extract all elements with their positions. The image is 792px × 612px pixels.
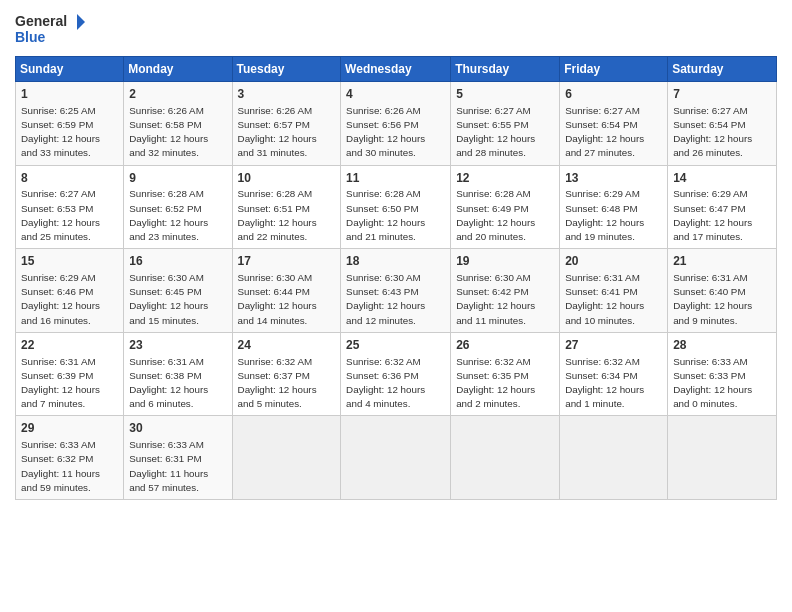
day-detail: Sunrise: 6:30 AM Sunset: 6:45 PM Dayligh… (129, 271, 226, 328)
day-number: 4 (346, 86, 445, 103)
day-cell: 12Sunrise: 6:28 AM Sunset: 6:49 PM Dayli… (451, 165, 560, 249)
day-detail: Sunrise: 6:32 AM Sunset: 6:35 PM Dayligh… (456, 355, 554, 412)
day-detail: Sunrise: 6:25 AM Sunset: 6:59 PM Dayligh… (21, 104, 118, 161)
day-number: 5 (456, 86, 554, 103)
col-header-friday: Friday (560, 57, 668, 82)
day-number: 1 (21, 86, 118, 103)
day-number: 12 (456, 170, 554, 187)
day-cell: 19Sunrise: 6:30 AM Sunset: 6:42 PM Dayli… (451, 249, 560, 333)
day-detail: Sunrise: 6:28 AM Sunset: 6:51 PM Dayligh… (238, 187, 336, 244)
day-cell: 26Sunrise: 6:32 AM Sunset: 6:35 PM Dayli… (451, 332, 560, 416)
svg-text:Blue: Blue (15, 29, 46, 45)
day-detail: Sunrise: 6:30 AM Sunset: 6:43 PM Dayligh… (346, 271, 445, 328)
day-number: 21 (673, 253, 771, 270)
day-detail: Sunrise: 6:29 AM Sunset: 6:47 PM Dayligh… (673, 187, 771, 244)
day-detail: Sunrise: 6:27 AM Sunset: 6:54 PM Dayligh… (565, 104, 662, 161)
day-number: 25 (346, 337, 445, 354)
day-number: 22 (21, 337, 118, 354)
day-cell: 9Sunrise: 6:28 AM Sunset: 6:52 PM Daylig… (124, 165, 232, 249)
day-detail: Sunrise: 6:28 AM Sunset: 6:52 PM Dayligh… (129, 187, 226, 244)
day-number: 9 (129, 170, 226, 187)
calendar-table: SundayMondayTuesdayWednesdayThursdayFrid… (15, 56, 777, 500)
day-number: 29 (21, 420, 118, 437)
day-cell: 7Sunrise: 6:27 AM Sunset: 6:54 PM Daylig… (668, 82, 777, 166)
col-header-saturday: Saturday (668, 57, 777, 82)
svg-marker-2 (77, 14, 85, 30)
day-detail: Sunrise: 6:32 AM Sunset: 6:36 PM Dayligh… (346, 355, 445, 412)
day-number: 24 (238, 337, 336, 354)
day-number: 7 (673, 86, 771, 103)
col-header-sunday: Sunday (16, 57, 124, 82)
day-cell: 27Sunrise: 6:32 AM Sunset: 6:34 PM Dayli… (560, 332, 668, 416)
day-cell: 25Sunrise: 6:32 AM Sunset: 6:36 PM Dayli… (341, 332, 451, 416)
calendar-header-row: SundayMondayTuesdayWednesdayThursdayFrid… (16, 57, 777, 82)
day-number: 15 (21, 253, 118, 270)
day-detail: Sunrise: 6:28 AM Sunset: 6:49 PM Dayligh… (456, 187, 554, 244)
day-number: 16 (129, 253, 226, 270)
day-cell: 10Sunrise: 6:28 AM Sunset: 6:51 PM Dayli… (232, 165, 341, 249)
day-detail: Sunrise: 6:33 AM Sunset: 6:33 PM Dayligh… (673, 355, 771, 412)
day-cell: 5Sunrise: 6:27 AM Sunset: 6:55 PM Daylig… (451, 82, 560, 166)
logo: General Blue (15, 10, 85, 48)
day-cell: 1Sunrise: 6:25 AM Sunset: 6:59 PM Daylig… (16, 82, 124, 166)
day-cell: 2Sunrise: 6:26 AM Sunset: 6:58 PM Daylig… (124, 82, 232, 166)
day-number: 10 (238, 170, 336, 187)
day-cell: 13Sunrise: 6:29 AM Sunset: 6:48 PM Dayli… (560, 165, 668, 249)
day-detail: Sunrise: 6:31 AM Sunset: 6:39 PM Dayligh… (21, 355, 118, 412)
day-cell: 8Sunrise: 6:27 AM Sunset: 6:53 PM Daylig… (16, 165, 124, 249)
day-number: 18 (346, 253, 445, 270)
day-cell (232, 416, 341, 500)
week-row-1: 1Sunrise: 6:25 AM Sunset: 6:59 PM Daylig… (16, 82, 777, 166)
day-detail: Sunrise: 6:32 AM Sunset: 6:34 PM Dayligh… (565, 355, 662, 412)
day-cell (560, 416, 668, 500)
day-number: 28 (673, 337, 771, 354)
day-detail: Sunrise: 6:27 AM Sunset: 6:53 PM Dayligh… (21, 187, 118, 244)
day-detail: Sunrise: 6:29 AM Sunset: 6:48 PM Dayligh… (565, 187, 662, 244)
col-header-monday: Monday (124, 57, 232, 82)
page: General Blue SundayMondayTuesdayWednesda… (0, 0, 792, 612)
day-number: 17 (238, 253, 336, 270)
day-number: 11 (346, 170, 445, 187)
day-detail: Sunrise: 6:26 AM Sunset: 6:56 PM Dayligh… (346, 104, 445, 161)
day-detail: Sunrise: 6:31 AM Sunset: 6:38 PM Dayligh… (129, 355, 226, 412)
week-row-3: 15Sunrise: 6:29 AM Sunset: 6:46 PM Dayli… (16, 249, 777, 333)
day-cell: 6Sunrise: 6:27 AM Sunset: 6:54 PM Daylig… (560, 82, 668, 166)
day-number: 26 (456, 337, 554, 354)
day-number: 19 (456, 253, 554, 270)
day-cell: 17Sunrise: 6:30 AM Sunset: 6:44 PM Dayli… (232, 249, 341, 333)
day-number: 14 (673, 170, 771, 187)
day-cell: 21Sunrise: 6:31 AM Sunset: 6:40 PM Dayli… (668, 249, 777, 333)
day-detail: Sunrise: 6:33 AM Sunset: 6:32 PM Dayligh… (21, 438, 118, 495)
day-detail: Sunrise: 6:27 AM Sunset: 6:55 PM Dayligh… (456, 104, 554, 161)
logo-svg: General Blue (15, 10, 85, 48)
day-detail: Sunrise: 6:31 AM Sunset: 6:40 PM Dayligh… (673, 271, 771, 328)
day-cell: 29Sunrise: 6:33 AM Sunset: 6:32 PM Dayli… (16, 416, 124, 500)
day-detail: Sunrise: 6:30 AM Sunset: 6:44 PM Dayligh… (238, 271, 336, 328)
day-cell: 16Sunrise: 6:30 AM Sunset: 6:45 PM Dayli… (124, 249, 232, 333)
day-detail: Sunrise: 6:27 AM Sunset: 6:54 PM Dayligh… (673, 104, 771, 161)
day-cell: 18Sunrise: 6:30 AM Sunset: 6:43 PM Dayli… (341, 249, 451, 333)
day-detail: Sunrise: 6:33 AM Sunset: 6:31 PM Dayligh… (129, 438, 226, 495)
day-detail: Sunrise: 6:26 AM Sunset: 6:58 PM Dayligh… (129, 104, 226, 161)
day-cell: 30Sunrise: 6:33 AM Sunset: 6:31 PM Dayli… (124, 416, 232, 500)
day-cell (668, 416, 777, 500)
day-detail: Sunrise: 6:31 AM Sunset: 6:41 PM Dayligh… (565, 271, 662, 328)
day-cell: 14Sunrise: 6:29 AM Sunset: 6:47 PM Dayli… (668, 165, 777, 249)
week-row-2: 8Sunrise: 6:27 AM Sunset: 6:53 PM Daylig… (16, 165, 777, 249)
day-number: 8 (21, 170, 118, 187)
day-cell: 28Sunrise: 6:33 AM Sunset: 6:33 PM Dayli… (668, 332, 777, 416)
day-number: 2 (129, 86, 226, 103)
header: General Blue (15, 10, 777, 48)
day-number: 30 (129, 420, 226, 437)
col-header-wednesday: Wednesday (341, 57, 451, 82)
day-detail: Sunrise: 6:29 AM Sunset: 6:46 PM Dayligh… (21, 271, 118, 328)
day-cell: 23Sunrise: 6:31 AM Sunset: 6:38 PM Dayli… (124, 332, 232, 416)
day-cell: 15Sunrise: 6:29 AM Sunset: 6:46 PM Dayli… (16, 249, 124, 333)
day-cell: 11Sunrise: 6:28 AM Sunset: 6:50 PM Dayli… (341, 165, 451, 249)
day-cell: 20Sunrise: 6:31 AM Sunset: 6:41 PM Dayli… (560, 249, 668, 333)
day-number: 20 (565, 253, 662, 270)
day-detail: Sunrise: 6:26 AM Sunset: 6:57 PM Dayligh… (238, 104, 336, 161)
day-number: 3 (238, 86, 336, 103)
day-number: 23 (129, 337, 226, 354)
week-row-5: 29Sunrise: 6:33 AM Sunset: 6:32 PM Dayli… (16, 416, 777, 500)
